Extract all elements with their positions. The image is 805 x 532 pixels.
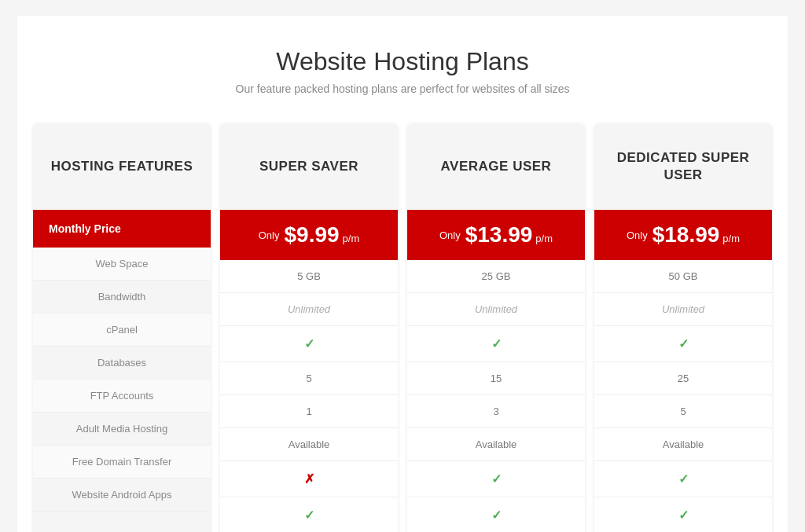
- plan-0-feature-2: ✓: [220, 326, 398, 362]
- page-wrapper: Website Hosting Plans Our feature packed…: [17, 16, 788, 532]
- check-icon: ✓: [678, 472, 689, 486]
- check-icon: ✓: [678, 337, 689, 350]
- feature-ftp: FTP Accounts: [33, 380, 211, 413]
- check-icon: ✓: [491, 337, 502, 350]
- plan-0-feature-5: Available: [220, 428, 398, 461]
- plan-name-1: AVERAGE USER: [441, 158, 552, 175]
- feature-web-space: Web Space: [33, 248, 211, 281]
- plan-name-0: SUPER SAVER: [259, 158, 358, 175]
- unlimited-text: Unlimited: [288, 303, 330, 315]
- check-icon: ✓: [491, 472, 502, 486]
- feature-adult: Adult Media Hosting: [33, 413, 211, 446]
- plan-features-2: 50 GBUnlimited✓255Available✓✓: [594, 260, 772, 532]
- plan-1-feature-6: ✓: [407, 461, 585, 497]
- plans-table: HOSTING FEATURES Monthly Price Web Space…: [33, 123, 772, 532]
- plan-features-0: 5 GBUnlimited✓51Available✗✓: [220, 260, 398, 532]
- plan-2-feature-6: ✓: [594, 461, 772, 497]
- plan-0-feature-6: ✗: [220, 461, 398, 497]
- plan-2-feature-1: Unlimited: [594, 293, 772, 326]
- unlimited-text: Unlimited: [662, 303, 704, 315]
- plan-header-1: AVERAGE USER: [407, 123, 585, 210]
- plan-2-feature-2: ✓: [594, 326, 772, 362]
- plan-0-feature-0: 5 GB: [220, 260, 398, 293]
- plan-0-feature-7: ✓: [220, 497, 398, 532]
- plan-header-2: DEDICATED SUPER USER: [594, 123, 772, 210]
- check-icon: ✓: [304, 508, 314, 522]
- feature-domain: Free Domain Transfer: [33, 446, 211, 479]
- plan-2-feature-3: 25: [594, 362, 772, 395]
- feature-bandwidth: Bandwidth: [33, 281, 211, 314]
- price-only-1: Only: [439, 229, 461, 241]
- plan-average-user: AVERAGE USEROnly $13.99 p/m25 GBUnlimite…: [407, 123, 585, 532]
- plan-1-feature-3: 15: [407, 362, 585, 395]
- price-pm-2: p/m: [722, 233, 740, 244]
- feature-android: Website Android Apps: [33, 479, 211, 512]
- plan-features-1: 25 GBUnlimited✓153Available✓✓: [407, 260, 585, 532]
- plan-1-feature-4: 3: [407, 395, 585, 428]
- feature-databases: Databases: [33, 347, 211, 380]
- plan-0-feature-1: Unlimited: [220, 293, 398, 326]
- plan-1-feature-0: 25 GB: [407, 260, 585, 293]
- price-pm-1: p/m: [535, 233, 553, 244]
- plan-2-feature-5: Available: [594, 428, 772, 461]
- plan-header-0: SUPER SAVER: [220, 123, 398, 210]
- page-title: Website Hosting Plans: [33, 47, 772, 76]
- price-amount-2: $18.99: [652, 222, 720, 248]
- plan-0-feature-3: 5: [220, 362, 398, 395]
- price-amount-1: $13.99: [465, 222, 533, 248]
- check-icon: ✓: [678, 508, 689, 522]
- plan-1-feature-2: ✓: [407, 326, 585, 362]
- features-header: HOSTING FEATURES: [33, 123, 211, 210]
- plan-0-feature-4: 1: [220, 395, 398, 428]
- price-only-2: Only: [627, 229, 648, 241]
- page-subtitle: Our feature packed hosting plans are per…: [33, 83, 772, 95]
- features-column: HOSTING FEATURES Monthly Price Web Space…: [33, 123, 211, 532]
- plan-2-feature-0: 50 GB: [594, 260, 772, 293]
- plan-name-2: DEDICATED SUPER USER: [607, 149, 759, 184]
- plan-super-saver: SUPER SAVEROnly $9.99 p/m5 GBUnlimited✓5…: [220, 123, 398, 532]
- features-title: HOSTING FEATURES: [51, 158, 193, 175]
- plan-price-row-2: Only $18.99 p/m: [594, 210, 772, 260]
- plan-2-feature-4: 5: [594, 395, 772, 428]
- check-icon: ✓: [491, 508, 502, 522]
- features-list: Web Space Bandwidth cPanel Databases FTP…: [33, 248, 211, 532]
- plan-1-feature-7: ✓: [407, 497, 585, 532]
- plan-1-feature-5: Available: [407, 428, 585, 461]
- price-only-0: Only: [259, 229, 280, 241]
- plan-price-row-1: Only $13.99 p/m: [407, 210, 585, 260]
- plan-2-feature-7: ✓: [594, 497, 772, 532]
- check-icon: ✓: [304, 337, 314, 350]
- plan-price-row-0: Only $9.99 p/m: [220, 210, 398, 260]
- feature-cpanel: cPanel: [33, 314, 211, 347]
- monthly-price-label: Monthly Price: [49, 222, 121, 235]
- cross-icon: ✗: [304, 472, 314, 486]
- plan-dedicated-super-user: DEDICATED SUPER USEROnly $18.99 p/m50 GB…: [594, 123, 772, 532]
- plan-1-feature-1: Unlimited: [407, 293, 585, 326]
- features-price-row: Monthly Price: [33, 210, 211, 248]
- price-amount-0: $9.99: [284, 222, 339, 248]
- unlimited-text: Unlimited: [475, 303, 517, 315]
- price-pm-0: p/m: [343, 233, 360, 244]
